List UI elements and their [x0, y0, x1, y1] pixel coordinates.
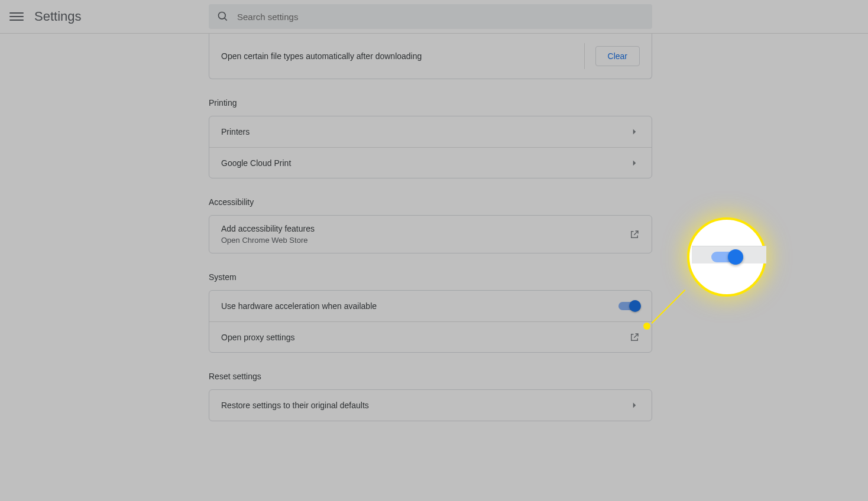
svg-line-1: [225, 18, 227, 21]
open-file-types-row: Open certain file types automatically af…: [209, 34, 652, 79]
printers-row[interactable]: Printers: [209, 116, 652, 147]
chevron-right-icon: [629, 126, 640, 137]
printing-section-label: Printing: [209, 98, 652, 108]
proxy-label: Open proxy settings: [221, 333, 629, 342]
menu-icon[interactable]: [9, 9, 24, 24]
add-accessibility-row[interactable]: Add accessibility features Open Chrome W…: [209, 216, 652, 253]
restore-label: Restore settings to their original defau…: [221, 401, 629, 410]
svg-point-0: [219, 12, 226, 19]
add-accessibility-title: Add accessibility features: [221, 224, 629, 233]
hw-accel-toggle[interactable]: [618, 302, 640, 310]
add-accessibility-sub: Open Chrome Web Store: [221, 236, 629, 245]
printing-card: Printers Google Cloud Print: [209, 116, 652, 178]
chevron-right-icon: [629, 158, 640, 168]
open-file-types-label: Open certain file types automatically af…: [221, 51, 584, 61]
restore-row[interactable]: Restore settings to their original defau…: [209, 390, 652, 421]
divider: [584, 43, 585, 69]
top-bar: Settings: [0, 0, 868, 34]
clear-button[interactable]: Clear: [595, 46, 640, 66]
hw-accel-row: Use hardware acceleration when available: [209, 291, 652, 321]
cloud-print-row[interactable]: Google Cloud Print: [209, 147, 652, 178]
accessibility-card: Add accessibility features Open Chrome W…: [209, 215, 652, 253]
external-link-icon: [629, 332, 640, 343]
search-box[interactable]: [209, 4, 652, 29]
tutorial-spotlight: [687, 217, 766, 297]
hw-accel-label: Use hardware acceleration when available: [221, 301, 618, 311]
system-section-label: System: [209, 272, 652, 282]
proxy-row[interactable]: Open proxy settings: [209, 321, 652, 352]
reset-section-label: Reset settings: [209, 372, 652, 381]
downloads-card: Open certain file types automatically af…: [209, 34, 652, 79]
spotlight-toggle: [711, 252, 742, 262]
accessibility-section-label: Accessibility: [209, 197, 652, 207]
search-input[interactable]: [237, 12, 644, 22]
page-title: Settings: [34, 9, 82, 24]
system-card: Use hardware acceleration when available…: [209, 290, 652, 353]
printers-label: Printers: [221, 127, 629, 136]
external-link-icon: [629, 229, 640, 240]
search-icon: [217, 11, 229, 22]
spotlight-anchor-dot: [643, 323, 650, 330]
chevron-right-icon: [629, 400, 640, 411]
cloud-print-label: Google Cloud Print: [221, 158, 629, 168]
reset-card: Restore settings to their original defau…: [209, 389, 652, 421]
spotlight-connector-line: [651, 289, 685, 324]
